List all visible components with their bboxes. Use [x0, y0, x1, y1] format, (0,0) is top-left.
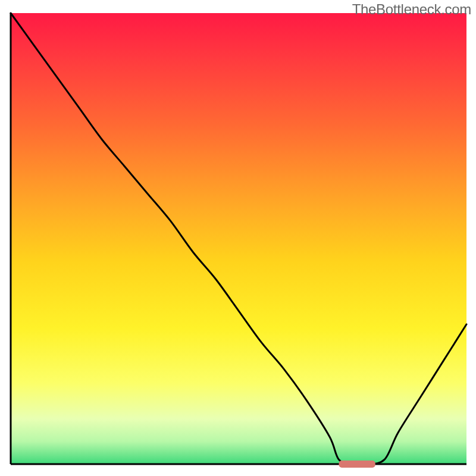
optimal-marker	[339, 461, 375, 468]
chart-svg	[0, 0, 476, 476]
bottleneck-chart: TheBottleneck.com	[0, 0, 476, 476]
plot-background	[11, 13, 466, 464]
watermark-text: TheBottleneck.com	[352, 1, 471, 18]
